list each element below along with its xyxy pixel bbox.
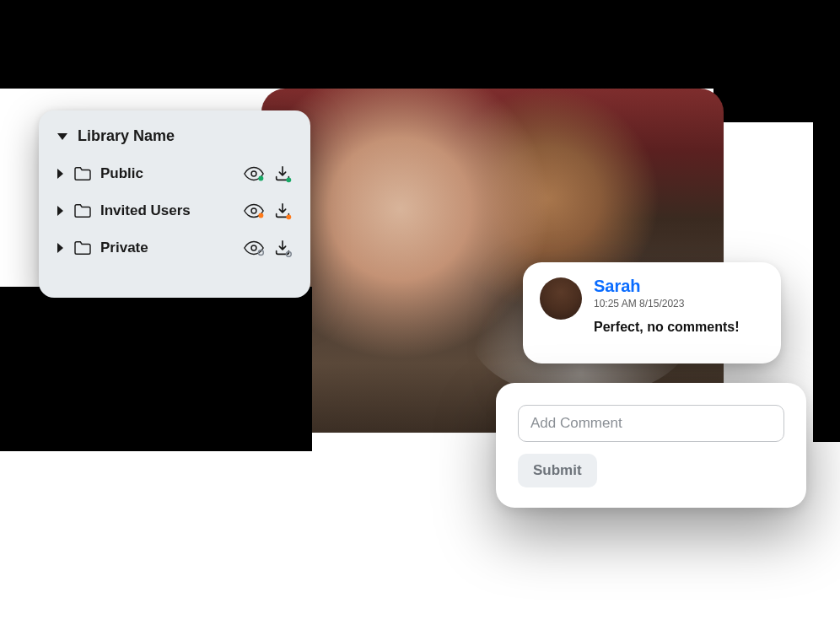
svg-point-0 bbox=[251, 171, 256, 176]
library-item-label: Private bbox=[100, 240, 243, 256]
library-item-label: Public bbox=[100, 165, 243, 182]
download-icon bbox=[273, 164, 292, 183]
add-comment-card: Submit bbox=[496, 383, 806, 508]
library-item-invited-users[interactable]: Invited Users bbox=[57, 192, 292, 229]
svg-point-1 bbox=[258, 176, 263, 181]
comment-text: Perfect, no comments! bbox=[594, 320, 739, 335]
library-item-label: Invited Users bbox=[100, 202, 243, 219]
library-title-row[interactable]: Library Name bbox=[57, 127, 292, 145]
chevron-right-icon bbox=[57, 243, 63, 253]
eye-icon bbox=[243, 165, 265, 182]
comment-card: Sarah 10:25 AM 8/15/2023 Perfect, no com… bbox=[523, 262, 781, 363]
folder-icon bbox=[73, 166, 92, 181]
background-photo bbox=[261, 89, 724, 433]
library-title: Library Name bbox=[78, 127, 175, 145]
chevron-down-icon bbox=[57, 133, 67, 140]
eye-icon bbox=[243, 240, 265, 256]
comment-timestamp: 10:25 AM 8/15/2023 bbox=[594, 298, 739, 310]
svg-point-4 bbox=[258, 213, 263, 218]
library-item-public[interactable]: Public bbox=[57, 155, 292, 192]
submit-button[interactable]: Submit bbox=[518, 454, 597, 487]
chevron-right-icon bbox=[57, 169, 63, 179]
add-comment-input[interactable] bbox=[518, 405, 784, 442]
folder-icon bbox=[73, 240, 92, 256]
folder-icon bbox=[73, 203, 92, 218]
comment-author: Sarah bbox=[594, 277, 739, 294]
torn-paper-shadow bbox=[0, 287, 312, 451]
decorative-black-band-top bbox=[0, 0, 840, 89]
svg-point-3 bbox=[251, 208, 256, 213]
svg-point-2 bbox=[286, 177, 291, 182]
decorative-black-band-far-right bbox=[813, 121, 840, 442]
download-icon bbox=[273, 202, 292, 220]
download-icon bbox=[273, 239, 292, 257]
eye-icon bbox=[243, 202, 265, 219]
avatar bbox=[540, 277, 582, 320]
svg-point-5 bbox=[286, 214, 291, 219]
composition-stage: Library Name Public bbox=[0, 0, 840, 630]
svg-point-6 bbox=[251, 245, 256, 250]
library-panel: Library Name Public bbox=[39, 110, 310, 298]
library-item-private[interactable]: Private bbox=[57, 229, 292, 267]
decorative-black-band-right bbox=[713, 89, 840, 122]
chevron-right-icon bbox=[57, 206, 63, 216]
comment-body: Sarah 10:25 AM 8/15/2023 Perfect, no com… bbox=[594, 277, 739, 350]
